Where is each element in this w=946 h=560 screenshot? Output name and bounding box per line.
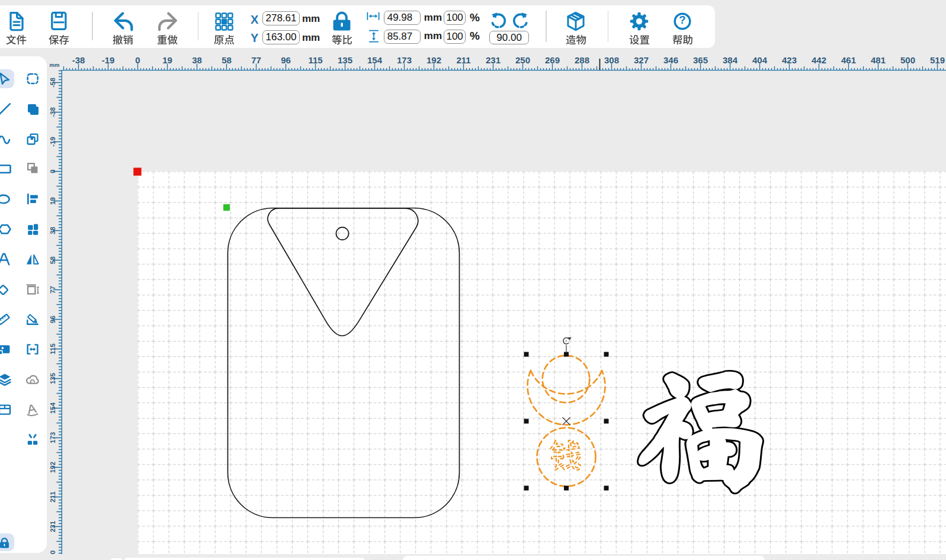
svg-text:327: 327	[634, 55, 649, 65]
svg-text:211: 211	[49, 491, 56, 503]
svg-text:211: 211	[456, 55, 470, 65]
svg-text:461: 461	[841, 55, 856, 65]
svg-text:58: 58	[222, 55, 232, 65]
svg-text:250: 250	[515, 55, 530, 65]
svg-text:96: 96	[281, 55, 291, 65]
svg-text:288: 288	[575, 55, 589, 65]
svg-text:519: 519	[930, 55, 945, 65]
svg-text:173: 173	[397, 55, 412, 65]
svg-text:-19: -19	[102, 55, 115, 65]
svg-text:192: 192	[49, 462, 56, 473]
svg-text:115: 115	[308, 55, 322, 65]
svg-text:-19: -19	[49, 137, 56, 147]
svg-text:346: 346	[663, 55, 678, 65]
svg-text:38: 38	[192, 55, 202, 65]
svg-text:0: 0	[49, 169, 56, 173]
svg-text:269: 269	[545, 55, 560, 65]
svg-text:-38: -38	[49, 107, 56, 117]
svg-text:250: 250	[49, 551, 56, 554]
svg-text:423: 423	[782, 55, 797, 65]
svg-text:192: 192	[426, 55, 441, 65]
svg-text:384: 384	[723, 55, 738, 65]
svg-text:135: 135	[338, 55, 352, 65]
svg-text:308: 308	[604, 55, 619, 65]
svg-text:-58: -58	[49, 78, 56, 88]
svg-text:115: 115	[49, 343, 56, 355]
svg-text:404: 404	[752, 55, 768, 65]
svg-text:mm: mm	[50, 62, 60, 68]
svg-text:77: 77	[49, 286, 56, 294]
svg-text:154: 154	[367, 55, 383, 65]
svg-text:-38: -38	[72, 55, 85, 65]
svg-text:500: 500	[900, 55, 915, 65]
svg-text:38: 38	[49, 227, 56, 234]
svg-text:481: 481	[871, 55, 886, 65]
svg-text:58: 58	[49, 256, 56, 264]
svg-text:365: 365	[693, 55, 708, 65]
svg-text:?: ?	[679, 14, 686, 26]
svg-text:231: 231	[486, 55, 501, 65]
svg-text:0: 0	[135, 55, 140, 65]
svg-text:96: 96	[49, 316, 56, 323]
svg-text:135: 135	[49, 372, 56, 384]
svg-text:231: 231	[49, 520, 56, 532]
svg-text:77: 77	[251, 55, 261, 65]
svg-text:19: 19	[162, 55, 172, 65]
svg-text:19: 19	[49, 197, 56, 205]
svg-text:154: 154	[49, 402, 56, 414]
svg-text:442: 442	[812, 55, 826, 65]
svg-text:173: 173	[49, 432, 56, 443]
